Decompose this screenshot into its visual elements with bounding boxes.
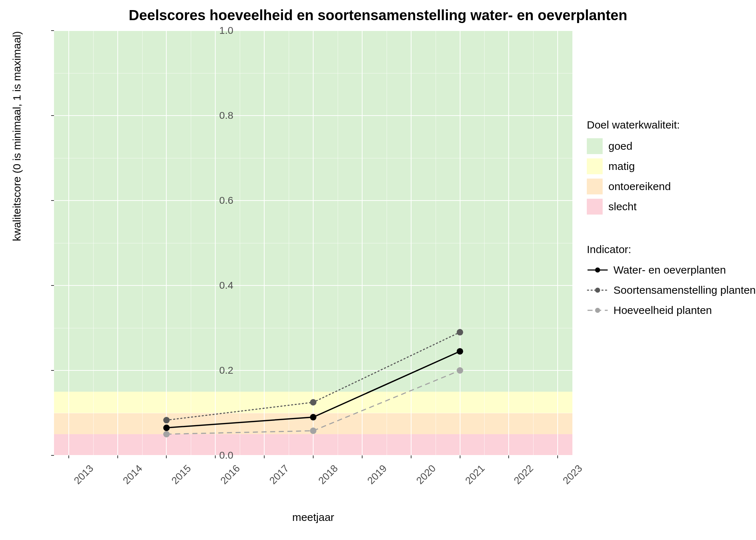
legend-band-label: slecht bbox=[608, 201, 636, 213]
chart-svg bbox=[54, 31, 572, 455]
svg-point-5 bbox=[595, 308, 600, 313]
data-point bbox=[163, 431, 170, 437]
y-tick-label: 1.0 bbox=[204, 25, 233, 36]
x-tick-mark bbox=[362, 455, 363, 458]
legend-series-item: Soortensamenstelling planten bbox=[587, 283, 756, 297]
legend-band-item: slecht bbox=[587, 199, 756, 215]
y-tick-label: 0.0 bbox=[204, 450, 233, 461]
x-tick-mark bbox=[557, 455, 558, 458]
x-tick-mark bbox=[460, 455, 460, 458]
y-axis-label: kwaliteitscore (0 is minimaal, 1 is maxi… bbox=[11, 31, 23, 241]
y-tick-mark bbox=[51, 455, 54, 456]
legend-series-label: Water- en oeverplanten bbox=[613, 264, 726, 276]
legend-band-item: goed bbox=[587, 138, 756, 154]
legend-swatch bbox=[587, 138, 603, 154]
legend-series-glyph bbox=[587, 265, 608, 275]
x-tick-label: 2014 bbox=[121, 463, 145, 487]
data-point bbox=[310, 399, 316, 406]
x-tick-label: 2015 bbox=[170, 463, 194, 487]
legend-series-label: Hoeveelheid planten bbox=[613, 304, 712, 316]
legend-series-label: Soortensamenstelling planten bbox=[613, 284, 756, 296]
x-tick-mark bbox=[508, 455, 509, 458]
data-point bbox=[163, 417, 170, 423]
svg-point-3 bbox=[595, 288, 600, 293]
legend-band-item: ontoereikend bbox=[587, 179, 756, 194]
y-tick-label: 0.8 bbox=[204, 110, 233, 121]
legend-series-item: Water- en oeverplanten bbox=[587, 263, 756, 277]
plot-area bbox=[54, 31, 572, 455]
x-tick-mark bbox=[166, 455, 167, 458]
data-point bbox=[457, 367, 463, 374]
data-point bbox=[310, 428, 316, 434]
svg-point-1 bbox=[595, 267, 600, 273]
x-axis-label: meetjaar bbox=[54, 511, 572, 523]
legend-bands-title: Doel waterkwaliteit: bbox=[587, 119, 756, 131]
x-tick-label: 2019 bbox=[365, 463, 389, 487]
y-tick-label: 0.6 bbox=[204, 195, 233, 206]
x-tick-label: 2023 bbox=[561, 463, 585, 487]
x-tick-mark bbox=[264, 455, 265, 458]
legend-series-glyph bbox=[587, 285, 608, 296]
legend-series-glyph bbox=[587, 305, 608, 316]
legend-band-label: matig bbox=[608, 160, 635, 172]
legend-band-label: goed bbox=[608, 140, 633, 152]
legend-swatch bbox=[587, 179, 603, 194]
legend-swatch bbox=[587, 158, 603, 174]
y-tick-mark bbox=[51, 370, 54, 371]
data-point bbox=[310, 414, 316, 420]
x-tick-mark bbox=[313, 455, 314, 458]
legend-series: Water- en oeverplantenSoortensamenstelli… bbox=[587, 263, 756, 318]
legend-bands: goedmatigontoereikendslecht bbox=[587, 138, 756, 215]
y-tick-label: 0.2 bbox=[204, 365, 233, 376]
x-tick-label: 2022 bbox=[512, 463, 536, 487]
y-tick-mark bbox=[51, 200, 54, 201]
legend-series-item: Hoeveelheid planten bbox=[587, 303, 756, 318]
x-tick-mark bbox=[68, 455, 69, 458]
legend: Doel waterkwaliteit: goedmatigontoereike… bbox=[587, 119, 756, 323]
x-tick-label: 2017 bbox=[267, 463, 291, 487]
x-tick-label: 2018 bbox=[316, 463, 340, 487]
chart-container: Deelscores hoeveelheid en soortensamenst… bbox=[0, 0, 756, 540]
legend-series-title: Indicator: bbox=[587, 243, 756, 256]
x-tick-label: 2013 bbox=[72, 463, 96, 487]
x-tick-mark bbox=[411, 455, 411, 458]
y-tick-mark bbox=[51, 30, 54, 31]
y-tick-mark bbox=[51, 115, 54, 116]
x-tick-label: 2021 bbox=[463, 463, 487, 487]
x-tick-label: 2020 bbox=[414, 463, 438, 487]
chart-title: Deelscores hoeveelheid en soortensamenst… bbox=[0, 7, 756, 23]
data-point bbox=[457, 329, 463, 336]
y-tick-mark bbox=[51, 285, 54, 286]
y-tick-label: 0.4 bbox=[204, 280, 233, 291]
data-point bbox=[163, 424, 170, 431]
legend-swatch bbox=[587, 199, 603, 215]
legend-band-label: ontoereikend bbox=[608, 180, 671, 193]
x-tick-label: 2016 bbox=[219, 463, 243, 487]
x-tick-mark bbox=[117, 455, 118, 458]
legend-band-item: matig bbox=[587, 158, 756, 174]
data-point bbox=[457, 348, 463, 355]
